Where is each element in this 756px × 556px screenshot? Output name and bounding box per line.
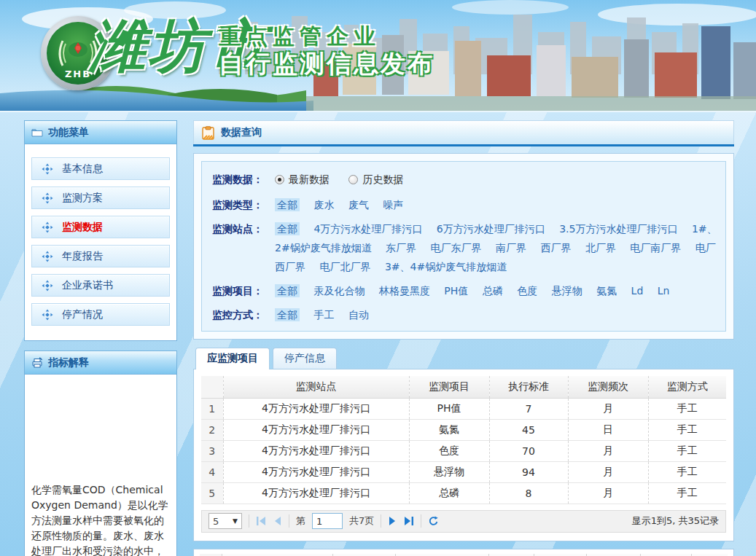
page-number-input[interactable] <box>312 513 343 529</box>
sidebar-item-commitment[interactable]: 企业承诺书 <box>31 274 170 297</box>
data-query-title: 数据查询 <box>221 126 262 139</box>
filter-option-station[interactable]: 全部 <box>275 222 300 235</box>
header-accent-rule <box>193 144 734 146</box>
cell-standard: 7 <box>489 398 568 419</box>
filter-option-type-noise[interactable]: 噪声 <box>383 199 403 211</box>
tab-required-items[interactable]: 应监测项目 <box>195 348 270 369</box>
filter-option-station[interactable]: 西厂界 <box>540 242 571 254</box>
filter-option-station[interactable]: 北厂界 <box>585 242 616 254</box>
filter-option-item[interactable]: Ld <box>631 285 644 297</box>
col-header: 监测时间 <box>395 554 488 556</box>
page-size-select[interactable]: 5 ▼ <box>209 513 242 529</box>
sidebar-item-annual-report[interactable]: 年度报告 <box>31 245 170 267</box>
function-menu-panel: 功能菜单 基本信息 监测方案 监测数据 <box>24 120 177 341</box>
row-number: 5 <box>201 482 223 504</box>
filter-option-item[interactable]: 色度 <box>517 285 537 297</box>
diamond-arrows-icon <box>42 192 53 204</box>
filter-label-item: 监测项目： <box>212 281 275 300</box>
filter-label-method: 监控方式： <box>212 305 275 324</box>
cell-station: 4万方污水处理厂排污口 <box>223 440 409 461</box>
filter-option-method-manual[interactable]: 手工 <box>313 309 334 321</box>
prev-page-icon <box>273 516 282 526</box>
cell-method: 手工 <box>648 398 726 419</box>
radio-history-data[interactable]: 历史数据 <box>348 170 403 189</box>
cell-method: 手工 <box>648 461 726 482</box>
sidebar-item-basic-info[interactable]: 基本信息 <box>31 157 170 180</box>
next-page-icon <box>388 516 397 526</box>
filter-option-item[interactable]: 全部 <box>275 284 300 297</box>
filter-option-station[interactable]: 3.5万方污水处理厂排污口 <box>559 223 677 235</box>
radio-label: 最新数据 <box>289 170 330 189</box>
last-page-button[interactable] <box>403 516 414 526</box>
radio-latest-data[interactable]: 最新数据 <box>275 170 330 189</box>
cell-method: 手工 <box>648 440 726 461</box>
folder-icon <box>31 127 43 138</box>
indicator-panel: 指标解释 化学需氧量COD（Chemical Oxygen Demand）是以化… <box>24 351 177 556</box>
total-pages-label: 共7页 <box>349 514 374 528</box>
filter-option-type-all[interactable]: 全部 <box>275 198 300 211</box>
page: ZHB 潍坊市 重点监管企业 自行监测信息发布 功能菜单 <box>0 0 756 556</box>
latest-data-panel: 监测站点 监测项目 监测时间 监测类型 监测频次 监测值 执行标准 超标倍数 1 <box>193 549 734 556</box>
col-header: 监测方式 <box>648 376 726 399</box>
filter-option-type-wastewater[interactable]: 废水 <box>313 199 334 211</box>
filter-option-station[interactable]: 南厂界 <box>496 242 526 254</box>
function-menu-body: 基本信息 监测方案 监测数据 年度报告 <box>25 144 176 340</box>
banner-subtitle-line2: 自行监测信息发布 <box>219 50 434 78</box>
sidebar-item-shutdown[interactable]: 停产情况 <box>31 303 170 326</box>
filter-option-item[interactable]: Ln <box>658 285 670 297</box>
filter-option-type-wastegas[interactable]: 废气 <box>348 199 369 211</box>
filter-option-method-auto[interactable]: 自动 <box>348 309 369 321</box>
pagination-bar: 5 ▼ 第 共7页 <box>201 510 726 533</box>
indicator-header: 指标解释 <box>25 351 176 375</box>
data-query-header: 数据查询 <box>193 120 734 144</box>
filter-option-station[interactable]: 6万方污水处理厂排污口 <box>437 223 545 235</box>
filter-option-item[interactable]: 悬浮物 <box>552 285 582 297</box>
radio-label: 历史数据 <box>362 170 403 189</box>
divider <box>381 514 381 528</box>
col-header: 执行标准 <box>640 554 691 556</box>
filter-option-station[interactable]: 电厂南厂界 <box>630 242 681 254</box>
cell-frequency: 月 <box>568 482 648 504</box>
filter-option-station[interactable]: 3#、4#锅炉废气排放烟道 <box>385 261 507 273</box>
filter-option-item[interactable]: PH值 <box>444 285 468 297</box>
table-row: 3 4万方污水处理厂排污口 色度 70 月 手工 <box>201 440 726 461</box>
page-size-value: 5 <box>213 516 219 527</box>
filter-option-item[interactable]: 汞及化合物 <box>313 285 365 297</box>
filter-label-monitor-data: 监测数据： <box>212 170 275 190</box>
row-number: 2 <box>201 419 223 440</box>
filter-option-station[interactable]: 4万方污水处理厂排污口 <box>313 223 422 235</box>
indicator-text: 化学需氧量COD（Chemical Oxygen Demand）是以化学方法测量… <box>31 482 170 556</box>
chevron-down-icon: ▼ <box>233 517 238 525</box>
table-row: 5 4万方污水处理厂排污口 总磷 8 月 手工 <box>201 482 726 504</box>
refresh-button[interactable] <box>428 516 439 527</box>
row-number: 3 <box>201 440 223 461</box>
filter-option-item[interactable]: 林格曼黑度 <box>379 285 430 297</box>
filter-option-station[interactable]: 电厂北厂界 <box>319 261 370 273</box>
filter-option-item[interactable]: 总磷 <box>483 285 503 297</box>
tab-bar: 应监测项目 停产信息 <box>193 348 734 369</box>
sidebar-item-monitor-plan[interactable]: 监测方案 <box>31 187 170 209</box>
cell-station: 4万方污水处理厂排污口 <box>223 419 409 440</box>
filter-option-station[interactable]: 东厂界 <box>386 242 416 254</box>
diamond-arrows-icon <box>42 251 53 262</box>
content-area: 功能菜单 基本信息 监测方案 监测数据 <box>0 111 756 556</box>
next-page-button[interactable] <box>388 516 397 526</box>
filter-row-item: 监测项目： 全部 汞及化合物 林格曼黑度 PH值 总磷 色度 悬浮物 氨氮 Ld… <box>212 281 720 300</box>
filter-panel: 监测数据： 最新数据 历史数据 <box>193 153 734 340</box>
col-header: 监测值 <box>586 554 640 556</box>
table-row: 2 4万方污水处理厂排污口 氨氮 45 日 手工 <box>201 419 726 440</box>
prev-page-button[interactable] <box>273 516 282 526</box>
first-page-button[interactable] <box>256 516 267 526</box>
filter-option-item[interactable]: 氨氮 <box>596 285 617 297</box>
cell-frequency: 日 <box>568 419 648 440</box>
function-menu-title: 功能菜单 <box>48 126 89 139</box>
filter-option-method-all[interactable]: 全部 <box>275 308 300 321</box>
cell-method: 手工 <box>648 419 726 440</box>
tab-shutdown-info[interactable]: 停产信息 <box>273 348 337 369</box>
filter-label-station: 监测站点： <box>212 219 275 276</box>
filter-option-station[interactable]: 电厂东厂界 <box>431 242 482 254</box>
radio-unchecked-icon <box>348 175 358 184</box>
sidebar-item-monitor-data[interactable]: 监测数据 <box>31 216 170 238</box>
cell-standard: 94 <box>489 461 568 482</box>
cell-item: 悬浮物 <box>409 461 489 482</box>
